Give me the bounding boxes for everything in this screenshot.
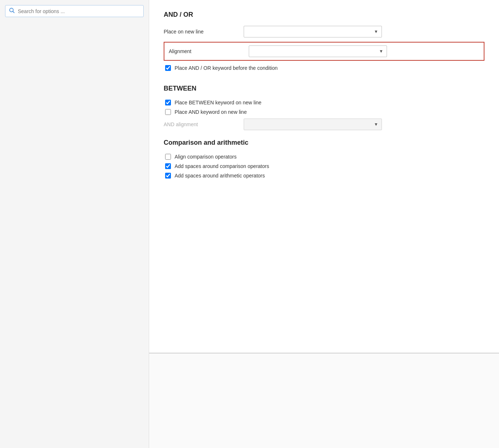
and-or-title: AND / OR xyxy=(164,11,484,19)
settings-panel: AND / OR Place on new line ▼ Alignment ▼ xyxy=(149,0,499,353)
and-keyword-checkbox[interactable] xyxy=(165,109,171,115)
svg-line-1 xyxy=(13,12,15,13)
spaces-comparison-checkbox[interactable] xyxy=(165,163,171,169)
between-section: BETWEEN Place BETWEEN keyword on new lin… xyxy=(164,85,484,130)
and-alignment-select-wrapper: ▼ xyxy=(244,119,382,130)
align-comparison-checkbox[interactable] xyxy=(165,154,171,160)
spaces-comparison-label: Add spaces around comparison operators xyxy=(175,163,269,169)
code-preview xyxy=(149,353,499,448)
and-or-keyword-checkbox[interactable] xyxy=(165,65,171,71)
align-comparison-row: Align comparison operators xyxy=(165,154,484,160)
alignment-row: Alignment ▼ xyxy=(164,42,484,61)
and-alignment-label: AND alignment xyxy=(164,121,244,127)
and-keyword-checkbox-row: Place AND keyword on new line xyxy=(165,109,484,115)
search-icon xyxy=(9,8,15,15)
spaces-arithmetic-label: Add spaces around arithmetic operators xyxy=(175,173,265,179)
place-on-new-line-label: Place on new line xyxy=(164,29,244,35)
spaces-arithmetic-row: Add spaces around arithmetic operators xyxy=(165,173,484,179)
between-keyword-checkbox[interactable] xyxy=(165,100,171,105)
place-on-new-line-select[interactable] xyxy=(244,26,382,37)
place-on-new-line-row: Place on new line ▼ xyxy=(164,26,484,37)
and-or-section: AND / OR Place on new line ▼ Alignment ▼ xyxy=(164,11,484,76)
comparison-section: Comparison and arithmetic Align comparis… xyxy=(164,139,484,179)
between-title: BETWEEN xyxy=(164,85,484,92)
spaces-comparison-row: Add spaces around comparison operators xyxy=(165,163,484,169)
and-or-keyword-label: Place AND / OR keyword before the condit… xyxy=(175,65,278,71)
alignment-label: Alignment xyxy=(169,48,249,54)
alignment-select-wrapper: ▼ xyxy=(249,45,387,57)
and-keyword-label: Place AND keyword on new line xyxy=(175,109,247,115)
and-alignment-row: AND alignment ▼ xyxy=(164,119,484,130)
between-keyword-label: Place BETWEEN keyword on new line xyxy=(175,100,262,105)
place-on-new-line-select-wrapper: ▼ xyxy=(244,26,382,37)
align-comparison-label: Align comparison operators xyxy=(175,154,236,160)
sidebar xyxy=(0,0,149,448)
and-alignment-select[interactable] xyxy=(244,119,382,130)
spaces-arithmetic-checkbox[interactable] xyxy=(165,173,171,179)
search-box[interactable] xyxy=(5,5,144,17)
alignment-select[interactable] xyxy=(249,45,387,57)
search-input[interactable] xyxy=(18,8,140,14)
and-or-keyword-checkbox-row: Place AND / OR keyword before the condit… xyxy=(165,65,484,71)
between-keyword-checkbox-row: Place BETWEEN keyword on new line xyxy=(165,100,484,105)
main-content: AND / OR Place on new line ▼ Alignment ▼ xyxy=(149,0,499,448)
comparison-title: Comparison and arithmetic xyxy=(164,139,484,147)
